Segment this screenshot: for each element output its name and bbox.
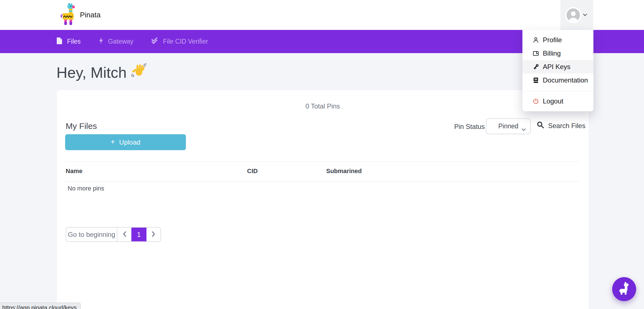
column-header-submarined: Submarined	[326, 168, 362, 175]
plus-icon: +	[111, 138, 115, 146]
menu-item-documentation[interactable]: Documentation	[522, 74, 593, 87]
top-header: Pinata	[0, 0, 644, 30]
pinata-app-screen: Pinata Files	[0, 0, 644, 309]
menu-item-logout[interactable]: Logout	[522, 95, 593, 108]
bolt-icon	[99, 37, 103, 46]
upload-button[interactable]: + Upload	[65, 134, 186, 150]
menu-item-label: Documentation	[543, 76, 588, 84]
nav-item-gateway[interactable]: Gateway	[99, 37, 134, 46]
pagination: Go to beginning 1	[66, 227, 161, 242]
column-header-cid: CID	[247, 168, 258, 175]
current-page-button[interactable]: 1	[131, 228, 146, 241]
search-files-label: Search Files	[548, 122, 585, 130]
waving-hand-icon	[131, 63, 147, 82]
search-icon	[536, 121, 544, 131]
brand-name: Pinata	[80, 11, 101, 19]
pinata-llama-icon	[60, 3, 76, 27]
go-to-beginning-button[interactable]: Go to beginning	[66, 228, 117, 241]
table-header-divider	[66, 181, 581, 181]
upload-button-label: Upload	[119, 138, 140, 146]
nav-item-files[interactable]: Files	[56, 37, 81, 46]
chevron-right-icon	[151, 231, 156, 238]
pinata-llama-white-icon	[617, 282, 631, 297]
greeting-text: Hey, Mitch	[56, 64, 127, 81]
files-card: 0 Total Pins My Files Pin Status Pinned …	[57, 90, 589, 309]
menu-item-label: API Keys	[543, 63, 570, 71]
account-menu-trigger[interactable]	[560, 0, 593, 30]
menu-item-profile[interactable]: Profile	[522, 33, 593, 47]
menu-item-label: Profile	[543, 36, 562, 44]
double-check-icon	[151, 37, 158, 46]
wallet-icon	[532, 50, 539, 57]
book-icon	[532, 77, 539, 84]
menu-item-label: Billing	[543, 49, 561, 57]
menu-divider	[522, 91, 593, 91]
pin-status-value: Pinned	[498, 122, 518, 130]
person-icon	[532, 37, 539, 43]
chevron-down-icon	[583, 13, 587, 18]
nav-item-label: Files	[67, 38, 81, 45]
power-icon	[532, 98, 539, 105]
link-preview-tooltip: https://app.pinata.cloud/keys	[0, 303, 81, 309]
next-page-button[interactable]	[146, 228, 160, 241]
page-title: Hey, Mitch	[56, 63, 147, 82]
pinata-chat-fab[interactable]	[612, 277, 636, 301]
avatar	[567, 8, 580, 22]
search-files-control[interactable]: Search Files	[536, 121, 585, 131]
menu-item-billing[interactable]: Billing	[522, 47, 593, 60]
previous-page-button[interactable]	[117, 228, 131, 241]
pin-status-select[interactable]: Pinned	[486, 118, 531, 134]
total-pins-count: 0 Total Pins	[57, 102, 589, 110]
nav-item-file-cid-verifier[interactable]: File CID Verifier	[151, 37, 208, 46]
key-icon	[532, 63, 539, 70]
nav-item-label: File CID Verifier	[163, 38, 208, 45]
column-header-name: Name	[66, 168, 82, 175]
table-empty-message: No more pins	[68, 185, 104, 192]
brand-logo[interactable]: Pinata	[60, 0, 101, 30]
chevron-down-icon	[522, 125, 526, 133]
pin-status-label: Pin Status	[454, 123, 485, 131]
file-icon	[56, 37, 62, 46]
account-dropdown-menu: Profile Billing	[522, 30, 593, 111]
table-top-divider	[66, 162, 581, 162]
person-silhouette-icon	[567, 8, 580, 22]
chevron-left-icon	[122, 231, 127, 238]
my-files-title: My Files	[66, 121, 97, 131]
menu-item-label: Logout	[543, 97, 563, 105]
nav-item-label: Gateway	[108, 38, 134, 45]
menu-item-api-keys[interactable]: API Keys	[522, 60, 593, 74]
